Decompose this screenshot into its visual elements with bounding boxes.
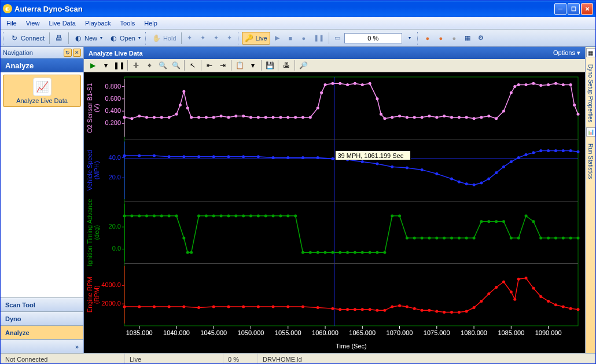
svg-point-125 (272, 156, 275, 159)
svg-point-224 (569, 237, 572, 240)
chart-menu-button[interactable]: ▾ (100, 60, 112, 71)
toolbar-grip[interactable] (238, 32, 240, 45)
svg-point-276 (532, 287, 535, 290)
open-label: Open (120, 35, 135, 42)
grid-icon: ▦ (465, 34, 470, 42)
svg-text:(V): (V) (93, 104, 100, 112)
svg-point-170 (175, 215, 178, 218)
stop-button[interactable]: ■ (284, 32, 297, 45)
side-tab-dynosetup[interactable]: Dyno Setup Properties (586, 61, 595, 126)
svg-point-90 (480, 116, 483, 119)
svg-point-268 (480, 300, 483, 303)
menu-help[interactable]: Help (139, 18, 162, 28)
chart-pause-button[interactable]: ❚❚ (113, 60, 126, 71)
settings-button[interactable]: ⚙ (474, 32, 487, 45)
svg-point-208 (450, 237, 453, 240)
live-button[interactable]: 🔑Live (242, 32, 270, 45)
svg-point-235 (138, 305, 141, 308)
ball3-button[interactable]: ● (448, 32, 461, 45)
options-button[interactable]: Options ▾ (553, 49, 580, 57)
print-button[interactable]: 🖶 (51, 32, 67, 45)
nav-pin-button[interactable]: ↻ (64, 49, 72, 57)
zoom-in-button[interactable]: 🔍 (156, 60, 169, 71)
open-button[interactable]: ◐Open (106, 32, 144, 45)
nav-item-analyze-live-data[interactable]: 📈 Analyze Live Data (3, 75, 81, 107)
print-chart-button[interactable]: 🖶 (280, 60, 293, 71)
pointer-button[interactable]: ↖ (186, 60, 199, 71)
svg-point-51 (205, 116, 208, 119)
pause-button[interactable]: ❚❚ (311, 32, 327, 45)
svg-text:4000.0: 4000.0 (101, 281, 121, 288)
copy-button[interactable]: 📋 (233, 60, 246, 71)
svg-point-209 (458, 237, 461, 240)
ball1-button[interactable]: ● (421, 32, 434, 45)
copy-menu-button[interactable]: ▾ (247, 60, 259, 71)
nav-btn-scantool[interactable]: Scan Tool (1, 297, 83, 311)
svg-point-141 (480, 181, 483, 184)
toolbar-grip[interactable] (417, 32, 420, 45)
svg-point-185 (279, 215, 282, 218)
chart-area[interactable]: 1035.0001040.0001045.0001050.0001055.000… (84, 72, 585, 353)
svg-point-271 (502, 280, 505, 283)
crosshair-button[interactable]: ✛ (130, 60, 142, 71)
nav-btn-more[interactable]: » (1, 339, 83, 353)
svg-point-79 (398, 115, 401, 117)
zoom-out-button[interactable]: 🔍 (170, 60, 182, 71)
chart-play-button[interactable]: ▶ (86, 60, 99, 71)
nav-btn-analyze[interactable]: Analyze (1, 325, 83, 339)
move-e-button[interactable]: ✦ (210, 32, 223, 45)
side-panel: ▦ Dyno Setup Properties 📊 Run Statistics (585, 47, 595, 353)
table-button[interactable]: ▦ (461, 32, 474, 45)
menu-tools[interactable]: Tools (116, 18, 140, 28)
svg-point-57 (249, 116, 252, 119)
svg-text:Engine RPM: Engine RPM (86, 277, 93, 312)
preview-button[interactable]: 🔎 (297, 60, 310, 71)
svg-point-222 (554, 237, 557, 240)
minimize-button[interactable]: ─ (554, 3, 566, 15)
move-s-button[interactable]: ✦ (197, 32, 209, 45)
nav-panel: Navigation ↻ ✕ Analyze 📈 Analyze Live Da… (1, 47, 84, 353)
open-icon: ◐ (109, 34, 118, 43)
maximize-button[interactable]: ☐ (568, 3, 580, 15)
play-button[interactable]: ▶ (271, 32, 284, 45)
move-w-button[interactable]: ✦ (223, 32, 236, 45)
svg-text:0.200: 0.200 (105, 119, 121, 126)
svg-point-174 (197, 215, 200, 218)
hand-icon: ✋ (152, 34, 161, 43)
svg-point-40 (138, 115, 141, 117)
hold-button[interactable]: ✋Hold (149, 32, 179, 45)
ball2-button[interactable]: ● (435, 32, 447, 45)
connect-button[interactable]: ↻Connect (7, 32, 47, 45)
close-button[interactable]: ✕ (581, 3, 593, 15)
svg-point-67 (320, 91, 323, 94)
cursor-left-button[interactable]: ⇤ (203, 60, 216, 71)
svg-point-225 (577, 237, 580, 240)
record-button[interactable]: ● (297, 32, 310, 45)
side-tab-runstats[interactable]: Run Statistics (586, 140, 595, 182)
save-button[interactable]: 💾 (263, 60, 276, 71)
svg-point-201 (398, 215, 401, 218)
svg-point-62 (286, 116, 289, 119)
nav-btn-dyno[interactable]: Dyno (1, 311, 83, 325)
toolbar-grip[interactable] (145, 32, 148, 45)
toolbar-grip[interactable] (3, 32, 5, 45)
svg-text:1050.000: 1050.000 (238, 329, 264, 336)
menu-file[interactable]: File (2, 18, 21, 28)
svg-point-256 (391, 305, 393, 308)
svg-point-183 (264, 215, 267, 218)
progress-menu[interactable] (403, 32, 415, 45)
new-button[interactable]: ◐New (71, 32, 105, 45)
cursor-right-button[interactable]: ⇥ (216, 60, 229, 71)
menu-playback[interactable]: Playback (80, 18, 116, 28)
tape-button[interactable]: ▭ (331, 32, 344, 45)
svg-point-216 (510, 237, 513, 240)
svg-point-168 (160, 215, 163, 218)
move-n-button[interactable]: ✦ (183, 32, 196, 45)
svg-point-247 (317, 306, 319, 309)
menu-view[interactable]: View (21, 18, 45, 28)
svg-point-236 (153, 305, 156, 308)
nav-close-button[interactable]: ✕ (73, 49, 81, 57)
zoom-area-button[interactable]: ⌖ (143, 60, 156, 71)
menu-livedata[interactable]: Live Data (44, 18, 80, 28)
svg-point-163 (123, 215, 126, 218)
